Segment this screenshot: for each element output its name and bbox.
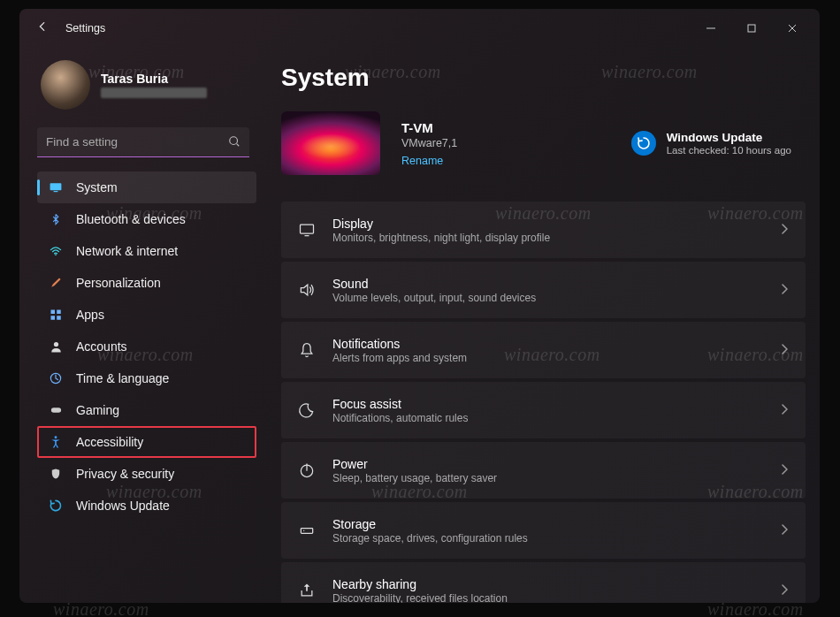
close-button[interactable] xyxy=(772,14,813,42)
sidebar-item-privacy-security[interactable]: Privacy & security xyxy=(37,458,256,490)
card-subtitle: Monitors, brightness, night light, displ… xyxy=(332,232,550,244)
page-heading: System xyxy=(281,64,809,92)
sidebar-item-apps[interactable]: Apps xyxy=(37,299,256,331)
sidebar-item-windows-update[interactable]: Windows Update xyxy=(37,490,256,522)
svg-rect-12 xyxy=(57,316,61,320)
clock-globe-icon xyxy=(48,370,64,386)
chevron-right-icon xyxy=(781,224,788,237)
profile-name: Taras Buria xyxy=(101,72,207,86)
desktop-thumbnail xyxy=(281,111,380,175)
svg-rect-1 xyxy=(748,25,755,32)
update-subtitle: Last checked: 10 hours ago xyxy=(667,145,791,156)
sidebar-item-system[interactable]: System xyxy=(37,171,256,203)
device-model: VMware7,1 xyxy=(401,137,457,149)
device-name: T-VM xyxy=(401,120,457,135)
svg-rect-9 xyxy=(50,309,55,314)
chevron-right-icon xyxy=(781,404,788,417)
card-subtitle: Storage space, drives, configuration rul… xyxy=(332,532,528,545)
update-title: Windows Update xyxy=(667,131,791,144)
accessibility-icon xyxy=(48,434,64,450)
maximize-button[interactable] xyxy=(731,14,772,42)
svg-rect-10 xyxy=(57,309,61,314)
card-title: Focus assist xyxy=(332,397,468,411)
chevron-right-icon xyxy=(781,344,788,357)
window-title: Settings xyxy=(65,22,105,34)
titlebar: Settings xyxy=(19,9,820,48)
sidebar-item-label: Network & internet xyxy=(76,244,178,258)
sidebar-item-label: Windows Update xyxy=(76,499,170,513)
card-title: Sound xyxy=(332,277,536,291)
svg-point-16 xyxy=(55,436,57,438)
card-notifications[interactable]: Notifications Alerts from apps and syste… xyxy=(281,322,806,378)
back-button[interactable] xyxy=(34,20,51,36)
shield-icon xyxy=(48,466,64,482)
card-subtitle: Discoverability, received files location xyxy=(332,592,508,604)
chevron-right-icon xyxy=(781,284,788,297)
card-subtitle: Sleep, battery usage, battery saver xyxy=(332,472,497,484)
svg-rect-15 xyxy=(50,408,60,413)
sidebar-item-label: Personalization xyxy=(76,276,161,290)
sound-icon xyxy=(297,281,317,299)
card-storage[interactable]: Storage Storage space, drives, configura… xyxy=(281,502,806,559)
power-icon xyxy=(297,461,317,479)
share-icon xyxy=(297,582,317,599)
settings-cards: Display Monitors, brightness, night ligh… xyxy=(281,202,809,603)
sidebar-item-accounts[interactable]: Accounts xyxy=(37,331,256,362)
person-icon xyxy=(48,339,64,354)
sidebar-item-bluetooth-devices[interactable]: Bluetooth & devices xyxy=(37,203,256,235)
svg-point-13 xyxy=(53,341,57,346)
card-title: Display xyxy=(332,217,550,231)
minimize-button[interactable] xyxy=(691,14,731,42)
card-nearby-sharing[interactable]: Nearby sharing Discoverability, received… xyxy=(281,562,806,603)
brush-icon xyxy=(48,275,64,291)
svg-rect-7 xyxy=(54,191,58,192)
sidebar-item-label: Bluetooth & devices xyxy=(76,212,186,226)
bluetooth-icon xyxy=(48,211,64,227)
sidebar-item-label: Accessibility xyxy=(76,435,143,449)
account-profile[interactable]: Taras Buria xyxy=(37,53,256,124)
svg-point-22 xyxy=(303,530,304,531)
card-display[interactable]: Display Monitors, brightness, night ligh… xyxy=(281,202,806,258)
main-content: System T-VM VMware7,1 Rename Windows Upd… xyxy=(263,48,820,603)
sidebar-item-personalization[interactable]: Personalization xyxy=(37,267,256,299)
windows-update-tile[interactable]: Windows Update Last checked: 10 hours ag… xyxy=(631,131,809,156)
update-icon xyxy=(48,498,64,514)
wifi-icon xyxy=(48,243,64,259)
svg-rect-21 xyxy=(301,529,312,534)
card-power[interactable]: Power Sleep, battery usage, battery save… xyxy=(281,442,806,499)
device-info: T-VM VMware7,1 Rename xyxy=(401,120,457,167)
sidebar-item-label: Apps xyxy=(76,308,104,322)
svg-point-8 xyxy=(55,254,57,255)
sidebar-item-label: Privacy & security xyxy=(76,467,174,481)
sidebar-item-label: Accounts xyxy=(76,339,127,354)
sidebar-item-gaming[interactable]: Gaming xyxy=(37,394,256,426)
chevron-right-icon xyxy=(781,464,788,477)
settings-window: Settings Taras Buria System xyxy=(19,9,820,603)
svg-rect-6 xyxy=(50,183,62,190)
svg-rect-11 xyxy=(50,316,55,320)
bell-icon xyxy=(297,341,317,359)
chevron-right-icon xyxy=(781,584,788,598)
sidebar-item-time-language[interactable]: Time & language xyxy=(37,362,256,394)
sidebar-item-network-internet[interactable]: Network & internet xyxy=(37,235,256,267)
profile-email-redacted xyxy=(101,88,207,98)
card-subtitle: Volume levels, output, input, sound devi… xyxy=(332,292,536,304)
card-focus-assist[interactable]: Focus assist Notifications, automatic ru… xyxy=(281,382,806,438)
sidebar-item-label: Time & language xyxy=(76,371,169,385)
nav-list: System Bluetooth & devices Network & int… xyxy=(37,171,256,522)
rename-link[interactable]: Rename xyxy=(401,155,457,167)
update-icon xyxy=(631,131,656,156)
sidebar-item-accessibility[interactable]: Accessibility xyxy=(37,426,256,458)
sidebar-item-label: System xyxy=(76,180,118,194)
card-subtitle: Alerts from apps and system xyxy=(332,352,467,364)
card-sound[interactable]: Sound Volume levels, output, input, soun… xyxy=(281,262,806,318)
display-icon xyxy=(48,179,64,195)
search-input[interactable] xyxy=(37,127,249,157)
chevron-right-icon xyxy=(781,524,788,537)
apps-icon xyxy=(48,307,64,323)
svg-rect-17 xyxy=(301,225,314,233)
moon-icon xyxy=(297,401,317,419)
monitor-icon xyxy=(297,221,317,239)
avatar xyxy=(41,60,90,110)
sidebar: Taras Buria System Bluetooth & devices N… xyxy=(19,48,263,603)
